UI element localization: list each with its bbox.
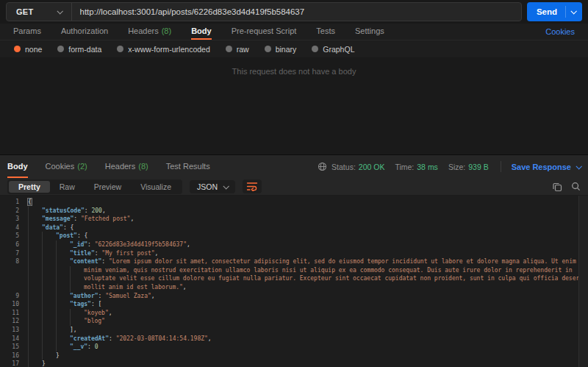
code-line: 11"koyeb",: [0, 309, 588, 318]
save-response-button[interactable]: Save Response: [512, 163, 581, 171]
empty-body-message: This request does not have a body: [232, 67, 356, 76]
code-line: 14"createdAt": "2022-03-08T04:14:54.198Z…: [0, 335, 588, 343]
line-number: 2: [0, 207, 19, 215]
code-line: 9"author": "Samuel Zaza",: [0, 292, 588, 301]
time-value: 38 ms: [417, 163, 438, 171]
search-button[interactable]: [571, 182, 581, 191]
tab-params[interactable]: Params: [13, 24, 41, 40]
url-input[interactable]: [72, 3, 521, 21]
wrap-text-icon: [246, 182, 258, 191]
wrap-text-button[interactable]: [243, 179, 262, 193]
response-view-tabs: PrettyRawPreviewVisualize: [7, 179, 182, 194]
code-line: 4"data": {: [0, 224, 588, 232]
size-label: Size:: [448, 163, 465, 171]
body-type-form-data[interactable]: form-data: [57, 45, 101, 54]
line-number: 5: [0, 232, 19, 240]
tab-body[interactable]: Body: [191, 24, 212, 40]
format-selector[interactable]: JSON: [190, 180, 235, 193]
view-tab-visualize[interactable]: Visualize: [131, 181, 181, 193]
body-type-none[interactable]: none: [14, 45, 42, 54]
view-tab-raw[interactable]: Raw: [50, 181, 85, 193]
radio-icon: [14, 46, 21, 52]
body-type-raw[interactable]: raw: [226, 45, 249, 54]
body-type-binary[interactable]: binary: [265, 45, 297, 54]
radio-icon: [226, 46, 232, 52]
radio-icon: [312, 46, 318, 52]
body-type-graphql[interactable]: GraphQL: [312, 45, 354, 54]
request-tabs: ParamsAuthorizationHeaders(8)BodyPre-req…: [13, 24, 384, 40]
tab-settings[interactable]: Settings: [355, 24, 384, 40]
request-url-row: GET Send: [0, 0, 588, 24]
method-label: GET: [16, 7, 34, 16]
response-tabs: BodyCookies(2)Headers(8)Test Results: [7, 155, 210, 178]
code-line: voluptate velit esse cillum dolore eu fu…: [0, 274, 588, 283]
status-label: Status:: [331, 163, 356, 171]
code-line: 13],: [0, 326, 588, 335]
line-number: 10: [0, 300, 19, 309]
line-number: 12: [0, 317, 19, 326]
divider: [501, 161, 501, 172]
line-number: 7: [0, 249, 19, 258]
code-line: mollit anim id est laborum.",: [0, 283, 588, 292]
send-button-label: Send: [527, 7, 565, 16]
radio-icon: [117, 46, 123, 52]
view-tab-pretty[interactable]: Pretty: [9, 181, 50, 193]
code-line: 2"statusCode": 200,: [0, 207, 588, 215]
code-line: 16}: [0, 352, 588, 360]
response-tab-test-results[interactable]: Test Results: [166, 155, 210, 178]
line-number: [0, 266, 19, 275]
send-button[interactable]: Send: [527, 2, 582, 21]
code-line: 6"_id": "6226d83e3d4d419f5b584637",: [0, 240, 588, 249]
time-label: Time:: [395, 163, 414, 171]
line-number: [0, 283, 19, 292]
copy-button[interactable]: [552, 182, 562, 192]
code-line: minim veniam, quis nostrud exercitation …: [0, 266, 588, 275]
view-tab-preview[interactable]: Preview: [85, 181, 131, 193]
code-line: 3"message": "Fetched post",: [0, 215, 588, 224]
code-line: 8"content": "Lorem ipsum dolor sit amet,…: [0, 257, 588, 266]
tab-pre-request-script[interactable]: Pre-request Script: [232, 24, 297, 40]
code-line: 10"tags": [: [0, 300, 588, 309]
postman-window: GET Send ParamsAuthorizationHeaders(8)Bo…: [0, 0, 588, 367]
chevron-down-icon: [223, 183, 229, 189]
code-lines: 1{2"statusCode": 200,3"message": "Fetche…: [0, 198, 588, 367]
line-number: [0, 274, 19, 283]
line-number: 17: [0, 360, 19, 367]
body-type-x-www-form-urlencoded[interactable]: x-www-form-urlencoded: [117, 45, 209, 54]
response-tab-body[interactable]: Body: [7, 155, 28, 178]
line-number: 4: [0, 224, 19, 232]
toolbar-right: [552, 182, 581, 192]
response-tab-cookies[interactable]: Cookies(2): [46, 155, 87, 178]
radio-icon: [265, 46, 271, 52]
response-header: BodyCookies(2)Headers(8)Test Results Sta…: [0, 155, 588, 178]
line-number: 14: [0, 335, 19, 343]
code-line: 5"post": {: [0, 232, 588, 240]
response-toolbar: PrettyRawPreviewVisualize JSON: [0, 178, 588, 196]
line-number: 3: [0, 215, 19, 224]
line-number: 16: [0, 352, 19, 360]
code-line: 17}: [0, 360, 588, 367]
response-meta: Status: 200 OK Time: 38 ms Size: 939 B S…: [318, 155, 581, 178]
line-number: 15: [0, 343, 19, 352]
method-selector[interactable]: GET: [7, 3, 72, 21]
line-number: 13: [0, 326, 19, 335]
cookies-link[interactable]: Cookies: [545, 27, 575, 36]
send-split-divider: [565, 6, 566, 18]
tab-tests[interactable]: Tests: [316, 24, 335, 40]
network-status-icon: [318, 162, 327, 171]
scrollbar[interactable]: [578, 196, 588, 367]
radio-icon: [57, 46, 64, 52]
line-number: 11: [0, 309, 19, 318]
chevron-down-icon[interactable]: [570, 8, 576, 14]
size-value: 939 B: [468, 163, 488, 171]
request-tabs-row: ParamsAuthorizationHeaders(8)BodyPre-req…: [0, 24, 588, 40]
body-type-selector: noneform-datax-www-form-urlencodedrawbin…: [0, 40, 588, 57]
chevron-down-icon: [576, 163, 581, 169]
response-tab-headers[interactable]: Headers(8): [105, 155, 148, 178]
response-body-editor[interactable]: 1{2"statusCode": 200,3"message": "Fetche…: [0, 196, 588, 367]
line-number: 1: [0, 198, 19, 207]
tab-authorization[interactable]: Authorization: [61, 24, 108, 40]
tab-headers[interactable]: Headers(8): [128, 24, 171, 40]
code-line: 15"__v": 0: [0, 343, 588, 352]
copy-icon: [552, 182, 562, 192]
